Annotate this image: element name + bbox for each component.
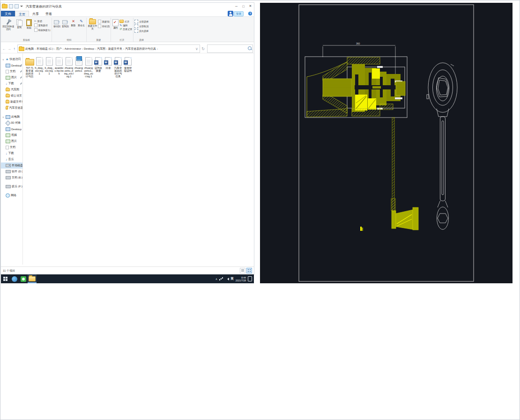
sidebar-item-downloads[interactable]: ↓ 下载 (1, 150, 22, 156)
file-item[interactable]: acaddoc.lsp.bak (54, 56, 64, 75)
tray-chevron-icon[interactable]: ∧ (215, 277, 217, 280)
taskbar-browser-button[interactable] (10, 274, 19, 283)
large-icons-view-button[interactable] (246, 268, 252, 273)
breadcrumb-item[interactable]: 汽车变速器的设计与仿真 (125, 47, 156, 51)
network-icon[interactable] (219, 277, 223, 281)
volume-icon[interactable] (225, 277, 229, 281)
rename-button[interactable]: ✎ 重命名 (77, 18, 85, 27)
delete-button[interactable]: ✕ 删除 (70, 18, 77, 27)
breadcrumb-item[interactable]: 本地磁盘 (C:) (37, 47, 53, 51)
select-all-button[interactable]: 全部选择 (134, 20, 149, 23)
copy-to-button[interactable]: 复制到 (61, 18, 69, 28)
search-input[interactable] (208, 46, 247, 52)
new-folder-button[interactable]: 新建文件夹 (88, 18, 97, 30)
cut-button[interactable]: ✂ 剪切 (34, 20, 51, 22)
up-icon[interactable]: ↑ (12, 47, 16, 51)
sidebar-item-drive-d[interactable]: 软件 (D:) (1, 169, 22, 175)
sidebar-item-this-pc[interactable]: ∨ 此电脑 (1, 114, 22, 120)
file-item-selected[interactable]: zhuangpeitu1 (74, 56, 83, 72)
sidebar-item-folder[interactable]: 硕士论文 (1, 93, 22, 99)
sidebar-item-pictures-pinned[interactable]: 图片 (1, 74, 22, 81)
details-view-button[interactable] (240, 268, 245, 273)
easy-access-button[interactable]: 轻松访问 (98, 24, 110, 28)
sidebar-item-3d-objects[interactable]: 3D 对象 (1, 120, 22, 126)
maximize-button[interactable]: □ (240, 3, 247, 9)
invert-selection-button[interactable]: 反向选择 (134, 29, 149, 33)
sidebar-item-quick-access[interactable]: ∨ ★ 快速访问 (1, 56, 22, 62)
address-dropdown-icon[interactable]: ∨ (195, 47, 199, 51)
file-item[interactable]: 707 汽车变速器的设计与仿真（有图纸+pr... (25, 56, 34, 78)
paste-shortcut-button[interactable]: 粘贴快捷方式 (34, 28, 51, 32)
file-item[interactable]: W 目录 (104, 56, 113, 69)
sidebar-item-documents-pinned[interactable]: 文档 (1, 68, 22, 74)
sidebar-item-pictures[interactable]: 图片 (1, 138, 22, 144)
edit-button[interactable]: ✎ 编辑 (119, 24, 132, 27)
sidebar-item-network[interactable]: 网络 (1, 192, 22, 199)
breadcrumb-item[interactable]: 此电脑 (25, 47, 34, 51)
file-item[interactable]: ft_dwg_out.log.1 (35, 56, 44, 75)
file-item[interactable]: W 汽车变速器的设计与仿真（有图纸+pro图... (113, 56, 123, 78)
back-icon[interactable]: ← (2, 47, 6, 51)
new-item-button[interactable]: 新建项目 (98, 20, 110, 23)
forward-icon[interactable]: → (7, 47, 11, 51)
sidebar-item-folder[interactable]: 新建文件夹 (1, 99, 22, 105)
file-item[interactable]: W 说明及摘要 (94, 56, 103, 72)
qat-customize-icon[interactable] (20, 6, 23, 7)
paste-button[interactable]: 粘贴 (24, 18, 34, 29)
breadcrumb-item[interactable]: 汽车图 (97, 47, 105, 51)
login-badge-label: 登录 (234, 11, 244, 16)
clock-date: 2021/7/28 (236, 279, 246, 282)
paste-shortcut-icon (34, 28, 37, 32)
breadcrumb-item[interactable]: 用户 (56, 47, 62, 51)
sidebar-item-drive-e[interactable]: 文档 (E:) (1, 175, 22, 181)
sidebar-item-folder[interactable]: 汽车变速器的设计与… (1, 105, 22, 111)
tab-file[interactable]: 文件 (1, 11, 15, 16)
sidebar-item-documents[interactable]: 文档 (1, 144, 22, 150)
sidebar-item-drive-f[interactable]: 娱乐 (F:) (1, 184, 22, 190)
expander-icon[interactable]: ∨ (2, 116, 5, 118)
file-item[interactable]: lt_dwg_out.log.1 (45, 56, 54, 75)
move-to-button[interactable]: 移动到 (53, 18, 61, 28)
file-item[interactable]: zhuangpeitu1_dwg_out.log.1 (84, 56, 93, 78)
help-icon[interactable]: ? (248, 12, 252, 15)
file-item[interactable]: zhuangpeitu_dwg_out.log.1 (64, 56, 74, 78)
qat-button-icon[interactable] (9, 4, 13, 8)
pictures-icon (6, 140, 10, 143)
sidebar-item-downloads-pinned[interactable]: ↓ 下载 (1, 81, 22, 87)
sidebar-item-videos[interactable]: 视频 (1, 132, 22, 138)
select-none-button[interactable]: 全部取消 (134, 24, 149, 28)
minimize-button[interactable]: ─ (233, 3, 240, 9)
copy-button[interactable]: 复制 (15, 18, 24, 29)
tab-home[interactable]: 主页 (15, 11, 29, 16)
refresh-icon[interactable]: ↻ (201, 47, 205, 51)
close-button[interactable]: ✕ (247, 3, 254, 9)
address-box[interactable]: 此电脑 › 本地磁盘 (C:) › 用户 › Administrator › D… (17, 44, 200, 53)
tab-view[interactable]: 查看 (42, 11, 55, 16)
open-button[interactable]: 打开 (119, 20, 132, 23)
notification-center-icon[interactable] (248, 276, 252, 281)
file-item[interactable]: W 使用帮助说明 (123, 56, 133, 72)
taskbar-app-button[interactable] (19, 274, 28, 283)
pin-to-quick-access-button[interactable]: 固定到快速访问 (2, 18, 14, 30)
expander-icon[interactable]: ∨ (2, 58, 5, 61)
history-button[interactable]: ↺ 历史记录 (119, 28, 132, 30)
search-icon[interactable] (248, 46, 252, 50)
copy-to-icon (62, 19, 68, 25)
qat-button-icon[interactable] (15, 4, 19, 8)
properties-button[interactable]: 属性 (112, 18, 119, 29)
breadcrumb-item[interactable]: 新建文件夹 (108, 47, 122, 51)
sidebar-item-music[interactable]: ♪ 音乐 (1, 156, 22, 162)
start-button[interactable] (1, 274, 10, 283)
breadcrumb-item[interactable]: Desktop (84, 47, 94, 50)
tab-share[interactable]: 共享 (29, 11, 42, 16)
sidebar-item-folder[interactable]: 汽车图 (1, 87, 22, 93)
sidebar-item-desktop[interactable]: Desktop (1, 126, 22, 132)
copy-path-button[interactable]: 复制路径 (34, 23, 51, 27)
sidebar-item-local-disk-c[interactable]: 本地磁盘 (C:) (1, 162, 22, 169)
input-language-indicator[interactable]: 英 (230, 277, 234, 281)
login-badge[interactable]: 登录 (228, 11, 244, 16)
taskbar-clock[interactable]: 8:44 2021/7/28 (236, 276, 246, 282)
taskbar-explorer-button[interactable] (28, 274, 37, 283)
breadcrumb-item[interactable]: Administrator (65, 47, 81, 50)
sidebar-item-desktop-pinned[interactable]: Desktop (1, 62, 22, 68)
